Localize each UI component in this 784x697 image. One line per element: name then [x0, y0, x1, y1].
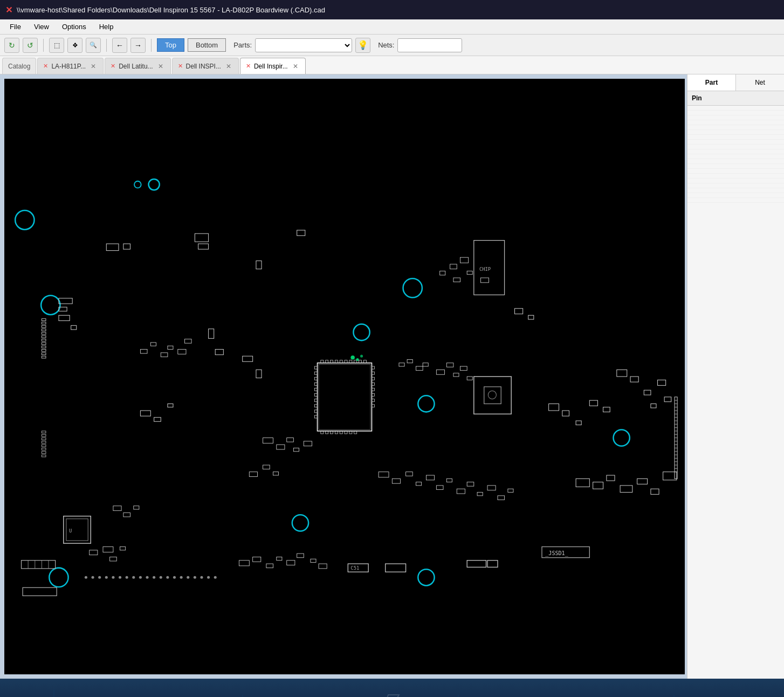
- toolbar-separator-1: [43, 39, 44, 52]
- svg-point-172: [139, 576, 142, 579]
- pin-row-empty-9: [687, 145, 784, 149]
- toolbar-separator-2: [106, 39, 107, 52]
- pin-row-empty-17: [687, 183, 784, 188]
- right-panel-tabs: Part Net: [687, 74, 784, 91]
- svg-point-173: [146, 576, 148, 579]
- svg-point-181: [200, 576, 203, 579]
- svg-point-182: [207, 576, 210, 579]
- zoom-button[interactable]: 🔍: [86, 38, 101, 53]
- nets-input[interactable]: [397, 38, 462, 52]
- pin-row-empty-6: [687, 130, 784, 135]
- pin-row-empty-20: [687, 198, 784, 203]
- tab-dell-inspi2-label: Dell INSPI...: [186, 63, 221, 70]
- svg-text:U: U: [69, 528, 72, 534]
- tab-la-h811p-icon: ✕: [43, 63, 48, 70]
- title-bar: ✕ \\vmware-host\Shared Folders\Downloads…: [0, 0, 784, 19]
- tab-catalog-label: Catalog: [8, 63, 30, 70]
- board-canvas[interactable]: CHIP: [4, 79, 685, 674]
- svg-rect-231: [0, 679, 784, 697]
- title-text: \\vmware-host\Shared Folders\Downloads\D…: [17, 6, 325, 14]
- pin-list: [687, 106, 784, 679]
- tab-dell-inspir-label: Dell Inspir...: [254, 63, 288, 70]
- right-tab-net[interactable]: Net: [736, 74, 784, 91]
- svg-point-178: [180, 576, 183, 579]
- svg-point-179: [187, 576, 189, 579]
- tab-dell-inspi2-close[interactable]: ✕: [224, 62, 233, 71]
- menu-file[interactable]: File: [4, 21, 26, 32]
- back-button[interactable]: ←: [112, 38, 127, 53]
- select-button[interactable]: ⬚: [49, 38, 64, 53]
- pin-row-empty-2: [687, 111, 784, 115]
- refresh2-button[interactable]: ↺: [23, 38, 38, 53]
- layout-button[interactable]: ❖: [67, 38, 82, 53]
- tab-la-h811p-label: LA-H811P...: [51, 63, 86, 70]
- toolbar: ↻ ↺ ⬚ ❖ 🔍 ← → Top Bottom Parts: 💡 Nets:: [0, 35, 784, 56]
- tab-dell-inspir-icon: ✕: [246, 63, 251, 70]
- svg-point-175: [160, 576, 162, 579]
- right-panel: Part Net Pin: [687, 74, 784, 679]
- forward-button[interactable]: →: [130, 38, 146, 53]
- svg-point-165: [92, 576, 94, 579]
- svg-point-168: [112, 576, 114, 579]
- svg-rect-0: [4, 138, 685, 614]
- tab-dell-latitu-close[interactable]: ✕: [156, 62, 165, 71]
- tab-catalog[interactable]: Catalog: [2, 58, 36, 74]
- svg-point-176: [166, 576, 169, 579]
- svg-point-124: [360, 355, 363, 358]
- board-svg: CHIP: [4, 79, 685, 674]
- tab-dell-latitu-icon: ✕: [111, 63, 115, 70]
- main-wrapper: Catalog ✕ LA-H811P... ✕ ✕ Dell Latitu...…: [0, 56, 784, 679]
- refresh1-button[interactable]: ↻: [4, 38, 19, 53]
- svg-text:CHIP: CHIP: [479, 266, 491, 272]
- pin-row-empty-4: [687, 120, 784, 125]
- svg-point-123: [356, 358, 359, 361]
- bottom-bar: [0, 679, 784, 697]
- pin-header: Pin: [687, 91, 784, 106]
- tab-dell-inspir-close[interactable]: ✕: [291, 62, 300, 71]
- svg-text:C51: C51: [350, 565, 359, 571]
- svg-point-167: [105, 576, 108, 579]
- toolbar-separator-3: [151, 39, 152, 52]
- menu-bar: File View Options Help: [0, 19, 784, 35]
- pin-row-empty-8: [687, 140, 784, 145]
- pin-row-empty-12: [687, 159, 784, 164]
- menu-view[interactable]: View: [29, 21, 54, 32]
- pin-row-empty-1: [687, 106, 784, 111]
- tab-dell-latitu-label: Dell Latitu...: [119, 63, 153, 70]
- pin-row-empty-14: [687, 169, 784, 174]
- tab-la-h811p[interactable]: ✕ LA-H811P... ✕: [37, 58, 104, 74]
- bulb-button[interactable]: 💡: [355, 38, 370, 53]
- tab-la-h811p-close[interactable]: ✕: [89, 62, 98, 71]
- pin-row-empty-5: [687, 125, 784, 130]
- pin-row-empty-10: [687, 149, 784, 154]
- svg-point-177: [173, 576, 176, 579]
- pin-row-empty-18: [687, 188, 784, 193]
- pin-row-empty-19: [687, 193, 784, 198]
- svg-point-122: [350, 356, 355, 360]
- pin-row-empty-13: [687, 164, 784, 169]
- pin-row-empty-11: [687, 154, 784, 159]
- tab-dell-latitu[interactable]: ✕ Dell Latitu... ✕: [105, 58, 170, 74]
- bottom-view-button[interactable]: Bottom: [188, 38, 226, 52]
- svg-point-169: [119, 576, 121, 579]
- nets-label: Nets:: [378, 41, 394, 49]
- app-icon: ✕: [5, 5, 12, 15]
- parts-dropdown[interactable]: [255, 38, 352, 52]
- parts-label: Parts:: [233, 41, 252, 49]
- tab-bar: Catalog ✕ LA-H811P... ✕ ✕ Dell Latitu...…: [0, 56, 784, 74]
- svg-point-166: [98, 576, 101, 579]
- svg-point-164: [85, 576, 87, 579]
- menu-help[interactable]: Help: [94, 21, 119, 32]
- tab-dell-inspi2-icon: ✕: [178, 63, 183, 70]
- menu-options[interactable]: Options: [57, 21, 92, 32]
- tab-dell-inspi2[interactable]: ✕ Dell INSPI... ✕: [172, 58, 239, 74]
- svg-text:_JSSD1_: _JSSD1_: [545, 550, 568, 557]
- svg-point-180: [194, 576, 196, 579]
- pin-row-empty-3: [687, 115, 784, 120]
- bottom-decoration: [0, 679, 784, 697]
- right-tab-part[interactable]: Part: [687, 74, 736, 91]
- top-view-button[interactable]: Top: [157, 38, 184, 52]
- pin-row-empty-15: [687, 174, 784, 179]
- tab-dell-inspir[interactable]: ✕ Dell Inspir... ✕: [240, 58, 306, 74]
- svg-point-174: [153, 576, 155, 579]
